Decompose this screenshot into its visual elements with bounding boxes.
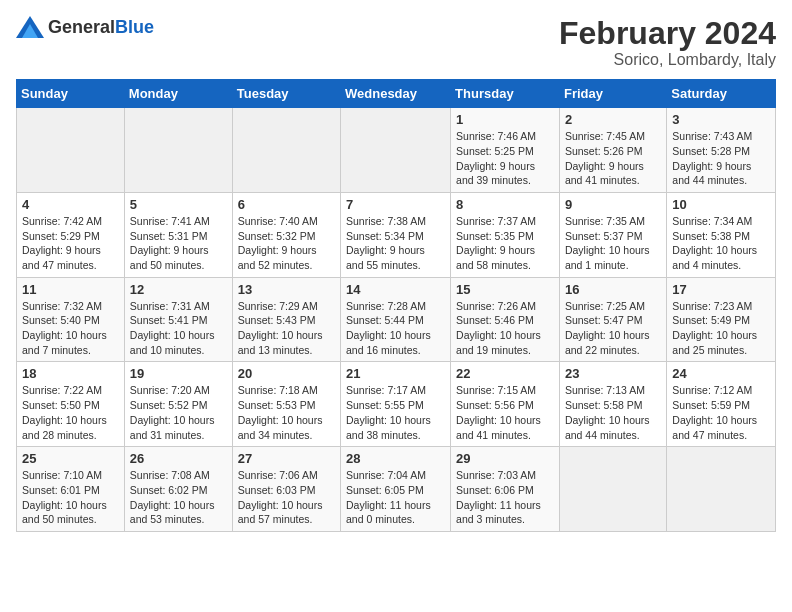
calendar-cell: 10Sunrise: 7:34 AM Sunset: 5:38 PM Dayli… bbox=[667, 192, 776, 277]
day-number: 24 bbox=[672, 366, 770, 381]
day-number: 11 bbox=[22, 282, 119, 297]
logo-icon bbox=[16, 16, 44, 38]
calendar-cell bbox=[559, 447, 666, 532]
day-info: Sunrise: 7:22 AM Sunset: 5:50 PM Dayligh… bbox=[22, 383, 119, 442]
calendar-cell bbox=[17, 108, 125, 193]
day-number: 15 bbox=[456, 282, 554, 297]
logo-general: General bbox=[48, 17, 115, 37]
page-header: GeneralBlue February 2024 Sorico, Lombar… bbox=[16, 16, 776, 69]
calendar-cell bbox=[124, 108, 232, 193]
weekday-header-tuesday: Tuesday bbox=[232, 80, 340, 108]
title-block: February 2024 Sorico, Lombardy, Italy bbox=[559, 16, 776, 69]
day-info: Sunrise: 7:34 AM Sunset: 5:38 PM Dayligh… bbox=[672, 214, 770, 273]
calendar-cell: 13Sunrise: 7:29 AM Sunset: 5:43 PM Dayli… bbox=[232, 277, 340, 362]
weekday-header-monday: Monday bbox=[124, 80, 232, 108]
day-info: Sunrise: 7:45 AM Sunset: 5:26 PM Dayligh… bbox=[565, 129, 661, 188]
calendar-cell: 2Sunrise: 7:45 AM Sunset: 5:26 PM Daylig… bbox=[559, 108, 666, 193]
calendar-table: SundayMondayTuesdayWednesdayThursdayFrid… bbox=[16, 79, 776, 532]
day-number: 19 bbox=[130, 366, 227, 381]
day-info: Sunrise: 7:37 AM Sunset: 5:35 PM Dayligh… bbox=[456, 214, 554, 273]
day-number: 4 bbox=[22, 197, 119, 212]
day-number: 22 bbox=[456, 366, 554, 381]
calendar-cell: 20Sunrise: 7:18 AM Sunset: 5:53 PM Dayli… bbox=[232, 362, 340, 447]
calendar-cell: 11Sunrise: 7:32 AM Sunset: 5:40 PM Dayli… bbox=[17, 277, 125, 362]
day-number: 21 bbox=[346, 366, 445, 381]
day-number: 16 bbox=[565, 282, 661, 297]
calendar-cell: 17Sunrise: 7:23 AM Sunset: 5:49 PM Dayli… bbox=[667, 277, 776, 362]
day-info: Sunrise: 7:40 AM Sunset: 5:32 PM Dayligh… bbox=[238, 214, 335, 273]
day-info: Sunrise: 7:38 AM Sunset: 5:34 PM Dayligh… bbox=[346, 214, 445, 273]
day-number: 9 bbox=[565, 197, 661, 212]
calendar-week-row: 18Sunrise: 7:22 AM Sunset: 5:50 PM Dayli… bbox=[17, 362, 776, 447]
day-number: 1 bbox=[456, 112, 554, 127]
day-info: Sunrise: 7:46 AM Sunset: 5:25 PM Dayligh… bbox=[456, 129, 554, 188]
calendar-week-row: 11Sunrise: 7:32 AM Sunset: 5:40 PM Dayli… bbox=[17, 277, 776, 362]
weekday-header-saturday: Saturday bbox=[667, 80, 776, 108]
calendar-cell: 5Sunrise: 7:41 AM Sunset: 5:31 PM Daylig… bbox=[124, 192, 232, 277]
calendar-cell bbox=[232, 108, 340, 193]
day-number: 26 bbox=[130, 451, 227, 466]
day-info: Sunrise: 7:03 AM Sunset: 6:06 PM Dayligh… bbox=[456, 468, 554, 527]
day-info: Sunrise: 7:32 AM Sunset: 5:40 PM Dayligh… bbox=[22, 299, 119, 358]
calendar-cell: 21Sunrise: 7:17 AM Sunset: 5:55 PM Dayli… bbox=[341, 362, 451, 447]
calendar-cell: 26Sunrise: 7:08 AM Sunset: 6:02 PM Dayli… bbox=[124, 447, 232, 532]
day-info: Sunrise: 7:26 AM Sunset: 5:46 PM Dayligh… bbox=[456, 299, 554, 358]
day-info: Sunrise: 7:10 AM Sunset: 6:01 PM Dayligh… bbox=[22, 468, 119, 527]
day-info: Sunrise: 7:18 AM Sunset: 5:53 PM Dayligh… bbox=[238, 383, 335, 442]
calendar-cell: 7Sunrise: 7:38 AM Sunset: 5:34 PM Daylig… bbox=[341, 192, 451, 277]
calendar-cell: 6Sunrise: 7:40 AM Sunset: 5:32 PM Daylig… bbox=[232, 192, 340, 277]
calendar-cell: 24Sunrise: 7:12 AM Sunset: 5:59 PM Dayli… bbox=[667, 362, 776, 447]
day-info: Sunrise: 7:25 AM Sunset: 5:47 PM Dayligh… bbox=[565, 299, 661, 358]
weekday-header-wednesday: Wednesday bbox=[341, 80, 451, 108]
day-number: 6 bbox=[238, 197, 335, 212]
calendar-cell: 16Sunrise: 7:25 AM Sunset: 5:47 PM Dayli… bbox=[559, 277, 666, 362]
day-info: Sunrise: 7:43 AM Sunset: 5:28 PM Dayligh… bbox=[672, 129, 770, 188]
calendar-cell: 28Sunrise: 7:04 AM Sunset: 6:05 PM Dayli… bbox=[341, 447, 451, 532]
calendar-cell: 9Sunrise: 7:35 AM Sunset: 5:37 PM Daylig… bbox=[559, 192, 666, 277]
calendar-cell: 19Sunrise: 7:20 AM Sunset: 5:52 PM Dayli… bbox=[124, 362, 232, 447]
day-info: Sunrise: 7:23 AM Sunset: 5:49 PM Dayligh… bbox=[672, 299, 770, 358]
page-subtitle: Sorico, Lombardy, Italy bbox=[559, 51, 776, 69]
day-info: Sunrise: 7:35 AM Sunset: 5:37 PM Dayligh… bbox=[565, 214, 661, 273]
day-number: 14 bbox=[346, 282, 445, 297]
calendar-week-row: 1Sunrise: 7:46 AM Sunset: 5:25 PM Daylig… bbox=[17, 108, 776, 193]
calendar-cell: 15Sunrise: 7:26 AM Sunset: 5:46 PM Dayli… bbox=[451, 277, 560, 362]
calendar-cell: 22Sunrise: 7:15 AM Sunset: 5:56 PM Dayli… bbox=[451, 362, 560, 447]
day-number: 10 bbox=[672, 197, 770, 212]
calendar-cell: 25Sunrise: 7:10 AM Sunset: 6:01 PM Dayli… bbox=[17, 447, 125, 532]
day-number: 2 bbox=[565, 112, 661, 127]
calendar-cell: 18Sunrise: 7:22 AM Sunset: 5:50 PM Dayli… bbox=[17, 362, 125, 447]
day-info: Sunrise: 7:04 AM Sunset: 6:05 PM Dayligh… bbox=[346, 468, 445, 527]
day-info: Sunrise: 7:08 AM Sunset: 6:02 PM Dayligh… bbox=[130, 468, 227, 527]
logo-blue: Blue bbox=[115, 17, 154, 37]
calendar-cell: 3Sunrise: 7:43 AM Sunset: 5:28 PM Daylig… bbox=[667, 108, 776, 193]
day-info: Sunrise: 7:29 AM Sunset: 5:43 PM Dayligh… bbox=[238, 299, 335, 358]
calendar-week-row: 25Sunrise: 7:10 AM Sunset: 6:01 PM Dayli… bbox=[17, 447, 776, 532]
day-info: Sunrise: 7:31 AM Sunset: 5:41 PM Dayligh… bbox=[130, 299, 227, 358]
calendar-cell: 14Sunrise: 7:28 AM Sunset: 5:44 PM Dayli… bbox=[341, 277, 451, 362]
calendar-cell bbox=[341, 108, 451, 193]
calendar-cell: 12Sunrise: 7:31 AM Sunset: 5:41 PM Dayli… bbox=[124, 277, 232, 362]
calendar-cell: 29Sunrise: 7:03 AM Sunset: 6:06 PM Dayli… bbox=[451, 447, 560, 532]
day-number: 7 bbox=[346, 197, 445, 212]
weekday-header-friday: Friday bbox=[559, 80, 666, 108]
day-info: Sunrise: 7:06 AM Sunset: 6:03 PM Dayligh… bbox=[238, 468, 335, 527]
weekday-header-row: SundayMondayTuesdayWednesdayThursdayFrid… bbox=[17, 80, 776, 108]
page-title: February 2024 bbox=[559, 16, 776, 51]
day-info: Sunrise: 7:13 AM Sunset: 5:58 PM Dayligh… bbox=[565, 383, 661, 442]
logo: GeneralBlue bbox=[16, 16, 154, 38]
weekday-header-sunday: Sunday bbox=[17, 80, 125, 108]
day-number: 5 bbox=[130, 197, 227, 212]
calendar-cell: 27Sunrise: 7:06 AM Sunset: 6:03 PM Dayli… bbox=[232, 447, 340, 532]
day-info: Sunrise: 7:17 AM Sunset: 5:55 PM Dayligh… bbox=[346, 383, 445, 442]
day-number: 8 bbox=[456, 197, 554, 212]
day-info: Sunrise: 7:41 AM Sunset: 5:31 PM Dayligh… bbox=[130, 214, 227, 273]
day-number: 17 bbox=[672, 282, 770, 297]
day-number: 25 bbox=[22, 451, 119, 466]
day-number: 29 bbox=[456, 451, 554, 466]
calendar-cell bbox=[667, 447, 776, 532]
logo-text: GeneralBlue bbox=[48, 17, 154, 38]
day-number: 18 bbox=[22, 366, 119, 381]
day-number: 28 bbox=[346, 451, 445, 466]
calendar-cell: 1Sunrise: 7:46 AM Sunset: 5:25 PM Daylig… bbox=[451, 108, 560, 193]
